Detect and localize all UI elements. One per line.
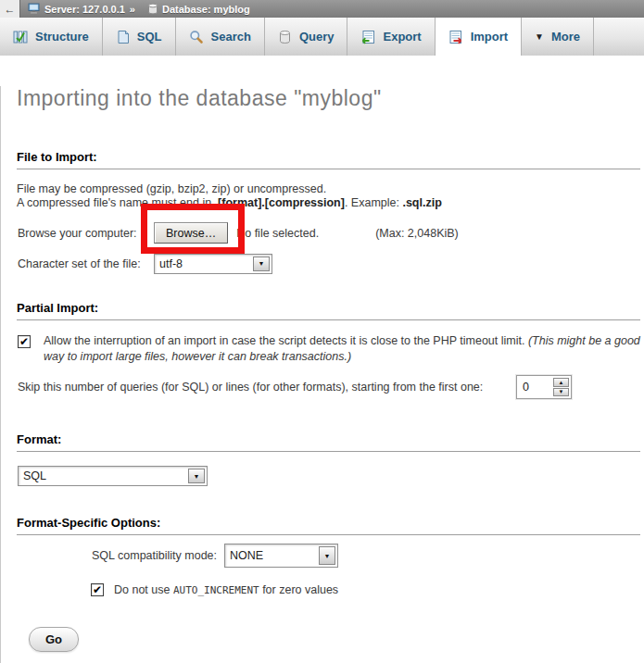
database-icon bbox=[147, 3, 158, 15]
skip-queries-stepper[interactable]: 0 ▲ ▼ bbox=[516, 375, 572, 399]
tab-label: Structure bbox=[35, 30, 89, 44]
auto-increment-checkbox[interactable]: ✔ bbox=[91, 583, 104, 596]
chevron-down-icon[interactable]: ▼ bbox=[319, 546, 335, 565]
tab-import[interactable]: Import bbox=[436, 18, 522, 56]
tab-search[interactable]: Search bbox=[176, 18, 265, 56]
section-heading-file-to-import: File to Import: bbox=[17, 150, 640, 169]
tab-label: Query bbox=[299, 30, 335, 44]
search-icon bbox=[189, 30, 204, 44]
tab-more[interactable]: ▼ More bbox=[522, 18, 594, 56]
breadcrumb-bar: ← Server: 127.0.0.1 » Database: myblog bbox=[0, 0, 644, 18]
allow-interruption-checkbox[interactable]: ✔ bbox=[18, 335, 31, 348]
format-selected-value: SQL bbox=[19, 467, 186, 485]
no-file-selected-text: No file selected. bbox=[236, 227, 319, 240]
go-button[interactable]: Go bbox=[29, 627, 79, 652]
breadcrumb-separator: » bbox=[130, 4, 135, 15]
server-icon bbox=[28, 3, 41, 15]
spin-up-icon[interactable]: ▲ bbox=[553, 378, 569, 387]
skip-queries-value: 0 bbox=[517, 376, 551, 398]
tab-label: Export bbox=[383, 30, 421, 44]
sql-compatibility-label: SQL compatibility mode: bbox=[92, 549, 217, 562]
charset-select[interactable]: utf-8 ▼ bbox=[154, 254, 272, 274]
tab-sql[interactable]: SQL bbox=[103, 18, 176, 56]
tab-query[interactable]: Query bbox=[265, 18, 348, 56]
sql-compatibility-row: SQL compatibility mode: NONE ▼ bbox=[92, 544, 644, 568]
filename-note: A compressed file's name must end in .[f… bbox=[17, 196, 644, 210]
tab-label: Import bbox=[471, 30, 508, 44]
skip-queries-label: Skip this number of queries (for SQL) or… bbox=[18, 381, 483, 394]
allow-interruption-label: Allow the interruption of an import in c… bbox=[44, 333, 640, 364]
breadcrumb-database[interactable]: Database: myblog bbox=[162, 4, 250, 15]
allow-interruption-row: ✔ Allow the interruption of an import in… bbox=[18, 333, 640, 364]
sql-icon bbox=[116, 30, 130, 44]
sql-compatibility-value: NONE bbox=[225, 544, 317, 567]
page-title: Importing into the database "myblog" bbox=[17, 86, 644, 111]
charset-selected-value: utf-8 bbox=[155, 255, 251, 273]
max-upload-size: (Max: 2,048KiB) bbox=[375, 227, 459, 240]
import-icon bbox=[448, 30, 463, 44]
charset-label: Character set of the file: bbox=[18, 257, 154, 270]
chevron-down-icon[interactable]: ▼ bbox=[188, 469, 205, 483]
export-icon bbox=[360, 30, 375, 44]
section-heading-format-specific: Format-Specific Options: bbox=[17, 516, 640, 535]
chevron-down-icon[interactable]: ▼ bbox=[253, 256, 270, 271]
auto-increment-label: Do not use AUTO_INCREMENT for zero value… bbox=[114, 583, 338, 596]
section-heading-format: Format: bbox=[17, 432, 640, 452]
compression-note: File may be compressed (gzip, bzip2, zip… bbox=[17, 182, 644, 196]
back-arrow-icon: ← bbox=[5, 3, 16, 16]
browse-label: Browse your computer: bbox=[18, 227, 154, 240]
section-heading-partial-import: Partial Import: bbox=[17, 301, 640, 320]
tab-label: More bbox=[551, 30, 580, 44]
format-select[interactable]: SQL ▼ bbox=[18, 466, 208, 486]
query-icon bbox=[278, 30, 292, 44]
structure-icon bbox=[13, 30, 28, 44]
breadcrumb-server[interactable]: Server: 127.0.0.1 bbox=[44, 4, 125, 15]
tab-bar: Structure SQL Search Query bbox=[0, 18, 644, 56]
import-page: Importing into the database "myblog" Fil… bbox=[0, 86, 644, 663]
file-upload-row: Browse your computer: Browse… No file se… bbox=[18, 221, 644, 244]
checkmark-icon: ✔ bbox=[93, 585, 102, 594]
skip-queries-row: Skip this number of queries (for SQL) or… bbox=[18, 375, 644, 399]
back-button[interactable]: ← bbox=[0, 0, 20, 18]
browse-button[interactable]: Browse… bbox=[154, 222, 228, 244]
checkmark-icon: ✔ bbox=[19, 337, 29, 346]
chevron-down-icon: ▼ bbox=[535, 32, 544, 42]
auto-increment-row: ✔ Do not use AUTO_INCREMENT for zero val… bbox=[91, 583, 644, 596]
charset-row: Character set of the file: utf-8 ▼ bbox=[18, 253, 644, 274]
spin-down-icon[interactable]: ▼ bbox=[553, 388, 569, 397]
sql-compatibility-select[interactable]: NONE ▼ bbox=[224, 544, 338, 568]
tab-label: Search bbox=[211, 30, 251, 44]
tab-export[interactable]: Export bbox=[347, 18, 435, 56]
tab-structure[interactable]: Structure bbox=[0, 18, 103, 56]
tab-label: SQL bbox=[137, 30, 162, 44]
